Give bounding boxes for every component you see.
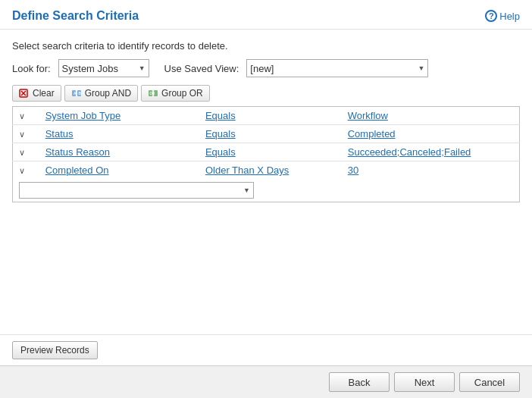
value-cell: Workflow [342,107,520,125]
expand-cell: ∨ [13,143,39,161]
filter-link[interactable]: Equals [205,128,236,139]
expand-arrow-icon[interactable]: ∨ [19,148,25,157]
cancel-button[interactable]: Cancel [459,372,520,392]
clear-icon [19,88,30,99]
expand-cell: ∨ [13,125,39,143]
savedview-select-wrapper[interactable]: [new] [246,59,428,77]
filter-cell: Equals [199,125,342,143]
field-link[interactable]: System Job Type [45,110,120,121]
group-and-label: Group AND [85,88,131,99]
savedview-label: Use Saved View: [164,63,239,74]
filter-cell: Equals [199,107,342,125]
svg-text:A: A [74,91,77,96]
value-link[interactable]: Completed [348,128,396,139]
filter-link[interactable]: Equals [205,146,236,158]
table-row: ∨ Status Reason Equals Succeeded;Cancele… [13,143,520,161]
table-row: ∨ Completed On Older Than X Days 30 [13,161,520,180]
field-cell: Status [39,125,199,143]
table-row: ∨ Status Equals Completed [13,125,520,143]
back-button[interactable]: Back [329,372,390,392]
lookfor-select[interactable]: System Jobs [58,59,149,77]
field-cell: Status Reason [39,143,199,161]
empty-area [12,207,520,298]
page-title: Define Search Criteria [12,9,139,23]
expand-arrow-icon[interactable]: ∨ [19,130,25,139]
field-link[interactable]: Status [45,128,74,139]
field-link[interactable]: Completed On [45,165,109,176]
clear-label: Clear [33,88,55,99]
value-link[interactable]: Workflow [348,110,388,121]
footer-top: Preview Records [0,334,532,365]
help-link[interactable]: ? Help [485,10,520,22]
group-and-icon: A B [71,88,82,99]
value-cell: 30 [342,161,520,180]
clear-button[interactable]: Clear [12,85,61,102]
new-field-select[interactable] [19,182,254,199]
new-criteria-row [13,179,520,202]
value-link[interactable]: 30 [348,165,358,176]
field-cell: System Job Type [39,107,199,125]
page-description: Select search criteria to identify recor… [0,30,532,59]
help-label: Help [499,11,520,22]
savedview-select[interactable]: [new] [246,59,428,77]
svg-text:OR: OR [150,92,156,96]
lookfor-label: Look for: [12,63,51,74]
criteria-toolbar: Clear A B Group AND OR Group OR [12,85,520,102]
next-button[interactable]: Next [394,372,455,392]
value-cell: Succeeded;Canceled;Failed [342,143,520,161]
filter-cell: Older Than X Days [199,161,342,180]
expand-arrow-icon[interactable]: ∨ [19,111,25,121]
lookfor-select-wrapper[interactable]: System Jobs [58,59,149,77]
expand-cell: ∨ [13,107,39,125]
field-link[interactable]: Status Reason [45,146,110,158]
expand-arrow-icon[interactable]: ∨ [19,166,25,175]
preview-records-button[interactable]: Preview Records [12,341,98,359]
table-row: ∨ System Job Type Equals Workflow [13,107,520,125]
group-or-label: Group OR [161,88,203,99]
main-content: Look for: System Jobs Use Saved View: [n… [0,59,532,334]
new-field-select-wrapper[interactable] [19,182,254,199]
group-or-icon: OR [148,88,158,99]
group-or-button[interactable]: OR Group OR [141,85,210,102]
group-and-button[interactable]: A B Group AND [64,85,138,102]
filter-link[interactable]: Equals [205,110,236,121]
value-link[interactable]: Succeeded;Canceled;Failed [348,146,471,158]
filter-cell: Equals [199,143,342,161]
help-icon: ? [485,10,497,22]
filter-link[interactable]: Older Than X Days [205,165,289,176]
svg-text:B: B [78,91,81,96]
criteria-table: ∨ System Job Type Equals Workflow ∨ Stat… [12,106,520,202]
footer-buttons: Back Next Cancel [0,365,532,398]
field-cell: Completed On [39,161,199,180]
value-cell: Completed [342,125,520,143]
expand-cell: ∨ [13,161,39,180]
